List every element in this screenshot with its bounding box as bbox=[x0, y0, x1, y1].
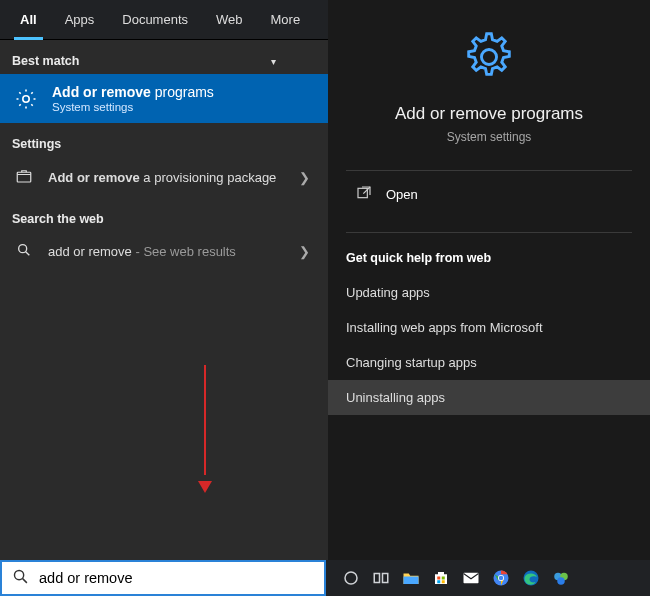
chevron-down-icon: ▾ bbox=[271, 56, 276, 67]
svg-rect-1 bbox=[17, 172, 31, 182]
quick-help-item[interactable]: Updating apps bbox=[328, 275, 650, 310]
svg-point-18 bbox=[499, 576, 504, 581]
quick-help-item[interactable]: Uninstalling apps bbox=[328, 380, 650, 415]
package-icon bbox=[12, 167, 36, 188]
svg-rect-14 bbox=[442, 580, 445, 583]
svg-rect-4 bbox=[358, 188, 367, 197]
search-icon bbox=[12, 242, 36, 261]
file-explorer-icon[interactable] bbox=[398, 565, 424, 591]
search-icon bbox=[12, 568, 29, 589]
web-result[interactable]: add or remove - See web results ❯ bbox=[0, 232, 328, 271]
details-title: Add or remove programs bbox=[328, 104, 650, 124]
tab-more[interactable]: More ▾ bbox=[257, 0, 322, 40]
section-search-web: Search the web bbox=[0, 198, 328, 232]
quick-help-header: Get quick help from web bbox=[328, 233, 650, 275]
svg-rect-10 bbox=[438, 572, 444, 575]
svg-rect-7 bbox=[374, 574, 379, 583]
settings-result-label: Add or remove a provisioning package bbox=[48, 170, 287, 185]
cortana-circle-icon[interactable] bbox=[338, 565, 364, 591]
mail-icon[interactable] bbox=[458, 565, 484, 591]
taskbar bbox=[0, 560, 650, 596]
open-label: Open bbox=[386, 187, 418, 202]
tab-web[interactable]: Web bbox=[202, 0, 257, 40]
tab-apps[interactable]: Apps bbox=[51, 0, 109, 40]
settings-result-provisioning[interactable]: Add or remove a provisioning package ❯ bbox=[0, 157, 328, 198]
svg-rect-13 bbox=[437, 580, 440, 583]
svg-point-0 bbox=[23, 95, 29, 101]
open-icon bbox=[356, 185, 372, 204]
tab-documents[interactable]: Documents bbox=[108, 0, 202, 40]
svg-point-22 bbox=[557, 577, 565, 585]
best-match-result[interactable]: Add or remove programs System settings bbox=[0, 74, 328, 123]
details-panel: Add or remove programs System settings O… bbox=[328, 0, 650, 560]
svg-rect-15 bbox=[464, 573, 479, 584]
web-result-label: add or remove - See web results bbox=[48, 244, 287, 259]
svg-point-5 bbox=[14, 570, 23, 579]
chevron-right-icon: ❯ bbox=[299, 244, 316, 259]
best-match-subtitle: System settings bbox=[52, 101, 214, 113]
svg-point-3 bbox=[481, 49, 496, 64]
search-input[interactable] bbox=[39, 570, 314, 586]
gear-icon bbox=[460, 28, 518, 90]
tab-all[interactable]: All bbox=[6, 0, 51, 40]
section-best-match: Best match bbox=[0, 40, 328, 74]
quick-help-item[interactable]: Changing startup apps bbox=[328, 345, 650, 380]
svg-rect-11 bbox=[437, 577, 440, 580]
taskbar-search[interactable] bbox=[0, 560, 326, 596]
microsoft-store-icon[interactable] bbox=[428, 565, 454, 591]
svg-rect-9 bbox=[435, 574, 447, 584]
svg-point-2 bbox=[19, 245, 27, 253]
svg-point-6 bbox=[345, 572, 357, 584]
details-subtitle: System settings bbox=[328, 130, 650, 144]
quick-help-item[interactable]: Installing web apps from Microsoft bbox=[328, 310, 650, 345]
svg-rect-8 bbox=[383, 574, 388, 583]
app-icon[interactable] bbox=[548, 565, 574, 591]
search-results-panel: All Apps Documents Web More ▾ Best match bbox=[0, 0, 328, 560]
search-scope-tabs: All Apps Documents Web More ▾ bbox=[0, 0, 328, 40]
best-match-title: Add or remove programs bbox=[52, 84, 214, 100]
edge-icon[interactable] bbox=[518, 565, 544, 591]
chrome-icon[interactable] bbox=[488, 565, 514, 591]
gear-icon bbox=[12, 85, 40, 113]
chevron-right-icon: ❯ bbox=[299, 170, 316, 185]
task-view-icon[interactable] bbox=[368, 565, 394, 591]
annotation-arrow bbox=[198, 365, 212, 493]
section-settings: Settings bbox=[0, 123, 328, 157]
open-action[interactable]: Open bbox=[328, 171, 650, 218]
svg-rect-12 bbox=[442, 577, 445, 580]
